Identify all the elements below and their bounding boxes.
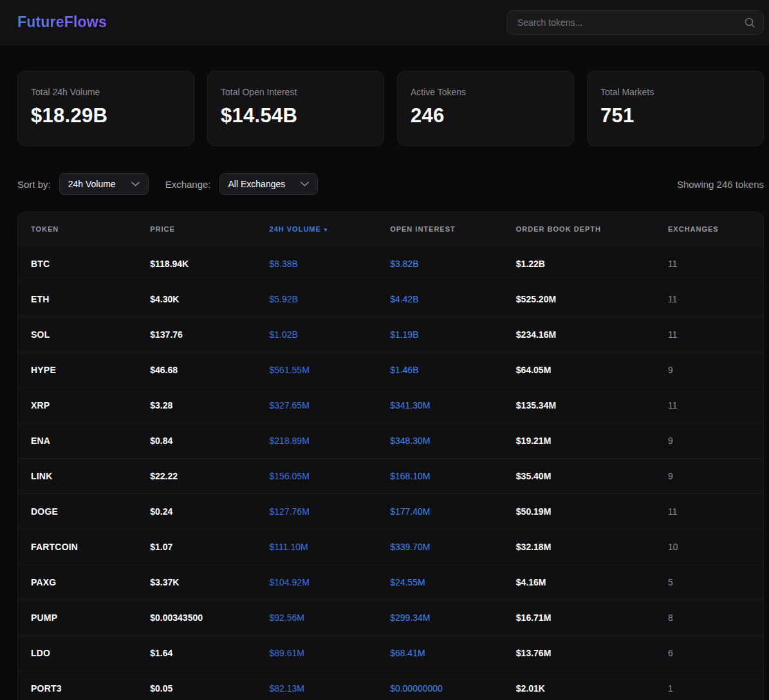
price-cell: $137.76: [137, 329, 256, 340]
table-row[interactable]: PAXG $3.37K $104.92M $24.55M $4.16M 5: [18, 564, 763, 600]
table-row[interactable]: ENA $0.84 $218.89M $348.30M $19.21M 9: [18, 423, 763, 458]
price-cell: $46.68: [137, 365, 256, 375]
open-interest-cell: $177.40M: [377, 506, 503, 517]
token-cell: HYPE: [18, 365, 137, 375]
depth-cell: $135.34M: [503, 400, 655, 410]
search-icon: [744, 17, 755, 28]
price-cell: $118.94K: [137, 259, 256, 269]
volume-cell: $561.55M: [257, 365, 378, 375]
column-header-price[interactable]: PRICE: [137, 225, 256, 233]
column-header-label: 24H VOLUME: [270, 225, 321, 233]
stat-card-label: Total 24h Volume: [31, 87, 181, 97]
chevron-down-icon: [301, 181, 309, 187]
open-interest-cell: $341.30M: [377, 400, 503, 410]
token-cell: ETH: [18, 294, 137, 304]
stat-card-label: Total Open Interest: [221, 87, 371, 97]
volume-cell: $218.89M: [257, 436, 378, 446]
stat-card-value: 751: [600, 104, 750, 127]
exchanges-cell: 11: [655, 506, 763, 517]
price-cell: $0.84: [137, 436, 256, 446]
exchanges-cell: 5: [655, 577, 763, 587]
table-row[interactable]: LINK $22.22 $156.05M $168.10M $35.40M 9: [18, 458, 763, 493]
open-interest-cell: $168.10M: [377, 471, 503, 481]
sort-dropdown[interactable]: 24h Volume: [59, 173, 149, 195]
exchanges-cell: 9: [655, 436, 763, 446]
search-input[interactable]: [506, 10, 764, 35]
main-content: Total 24h Volume $18.29B Total Open Inte…: [0, 71, 769, 700]
price-cell: $0.05: [137, 683, 256, 694]
stat-card-value: $18.29B: [31, 104, 181, 127]
depth-cell: $2.01K: [503, 683, 655, 694]
price-cell: $0.00343500: [137, 612, 256, 623]
depth-cell: $525.20M: [503, 294, 655, 304]
depth-cell: $64.05M: [503, 365, 655, 375]
token-cell: ENA: [18, 436, 137, 446]
table-row[interactable]: PUMP $0.00343500 $92.56M $299.34M $16.71…: [18, 600, 763, 635]
volume-cell: $104.92M: [257, 577, 378, 587]
table-row[interactable]: SOL $137.76 $1.02B $1.19B $234.16M 11: [18, 317, 763, 352]
depth-cell: $234.16M: [503, 329, 655, 340]
volume-cell: $156.05M: [257, 471, 378, 481]
exchanges-cell: 9: [655, 471, 763, 481]
token-cell: PORT3: [18, 683, 137, 694]
open-interest-cell: $299.34M: [377, 612, 503, 623]
depth-cell: $16.71M: [503, 612, 655, 623]
open-interest-cell: $1.19B: [377, 329, 503, 340]
stat-card: Total 24h Volume $18.29B: [17, 71, 194, 146]
token-cell: XRP: [18, 400, 137, 410]
volume-cell: $92.56M: [257, 612, 378, 623]
table-row[interactable]: ETH $4.30K $5.92B $4.42B $525.20M 11: [18, 281, 763, 317]
table-row[interactable]: HYPE $46.68 $561.55M $1.46B $64.05M 9: [18, 352, 763, 387]
stat-card: Total Open Interest $14.54B: [207, 71, 384, 146]
exchange-dropdown[interactable]: All Exchanges: [219, 173, 319, 195]
price-cell: $22.22: [137, 471, 256, 481]
open-interest-cell: $3.82B: [377, 259, 503, 269]
table-header-row: TOKEN PRICE 24H VOLUME▾ OPEN INTEREST OR…: [18, 212, 763, 246]
depth-cell: $32.18M: [503, 542, 655, 552]
volume-cell: $8.38B: [257, 259, 378, 269]
table-row[interactable]: XRP $3.28 $327.65M $341.30M $135.34M 11: [18, 387, 763, 423]
table-row[interactable]: FARTCOIN $1.07 $111.10M $339.70M $32.18M…: [18, 529, 763, 564]
exchanges-cell: 11: [655, 294, 763, 304]
column-header-order-book-depth[interactable]: ORDER BOOK DEPTH: [503, 225, 655, 233]
column-header-exchanges[interactable]: EXCHANGES: [655, 225, 763, 233]
stat-card-label: Total Markets: [600, 87, 750, 97]
open-interest-cell: $68.41M: [377, 648, 503, 658]
stats-row: Total 24h Volume $18.29B Total Open Inte…: [17, 71, 764, 146]
stat-card: Total Markets 751: [587, 71, 764, 146]
exchanges-cell: 10: [655, 542, 763, 552]
top-bar: FutureFlows: [0, 0, 769, 45]
table-row[interactable]: LDO $1.64 $89.61M $68.41M $13.76M 6: [18, 635, 763, 670]
column-header-24h-volume[interactable]: 24H VOLUME▾: [257, 225, 378, 233]
depth-cell: $19.21M: [503, 436, 655, 446]
token-cell: BTC: [18, 259, 137, 269]
table-row[interactable]: BTC $118.94K $8.38B $3.82B $1.22B 11: [18, 246, 763, 281]
token-count-text: Showing 246 tokens: [677, 179, 764, 190]
open-interest-cell: $1.46B: [377, 365, 503, 375]
open-interest-cell: $348.30M: [377, 436, 503, 446]
token-cell: PAXG: [18, 577, 137, 587]
depth-cell: $13.76M: [503, 648, 655, 658]
depth-cell: $50.19M: [503, 506, 655, 517]
column-header-label: PRICE: [150, 225, 175, 233]
table-row[interactable]: PORT3 $0.05 $82.13M $0.00000000 $2.01K 1: [18, 670, 763, 700]
volume-cell: $127.76M: [257, 506, 378, 517]
tokens-table: TOKEN PRICE 24H VOLUME▾ OPEN INTEREST OR…: [17, 212, 764, 700]
token-cell: DOGE: [18, 506, 137, 517]
exchange-label: Exchange:: [165, 179, 211, 190]
sort-by-label: Sort by:: [17, 179, 51, 190]
volume-cell: $111.10M: [257, 542, 378, 552]
exchanges-cell: 11: [655, 400, 763, 410]
exchanges-cell: 11: [655, 259, 763, 269]
controls-row: Sort by: 24h Volume Exchange: All Exchan…: [17, 173, 764, 195]
depth-cell: $35.40M: [503, 471, 655, 481]
exchanges-cell: 11: [655, 329, 763, 340]
table-row[interactable]: DOGE $0.24 $127.76M $177.40M $50.19M 11: [18, 493, 763, 529]
column-header-open-interest[interactable]: OPEN INTEREST: [377, 225, 503, 233]
column-header-token[interactable]: TOKEN: [18, 225, 137, 233]
depth-cell: $4.16M: [503, 577, 655, 587]
volume-cell: $1.02B: [257, 329, 378, 340]
sort-desc-icon: ▾: [324, 226, 328, 233]
exchange-dropdown-value: All Exchanges: [228, 179, 286, 189]
volume-cell: $5.92B: [257, 294, 378, 304]
